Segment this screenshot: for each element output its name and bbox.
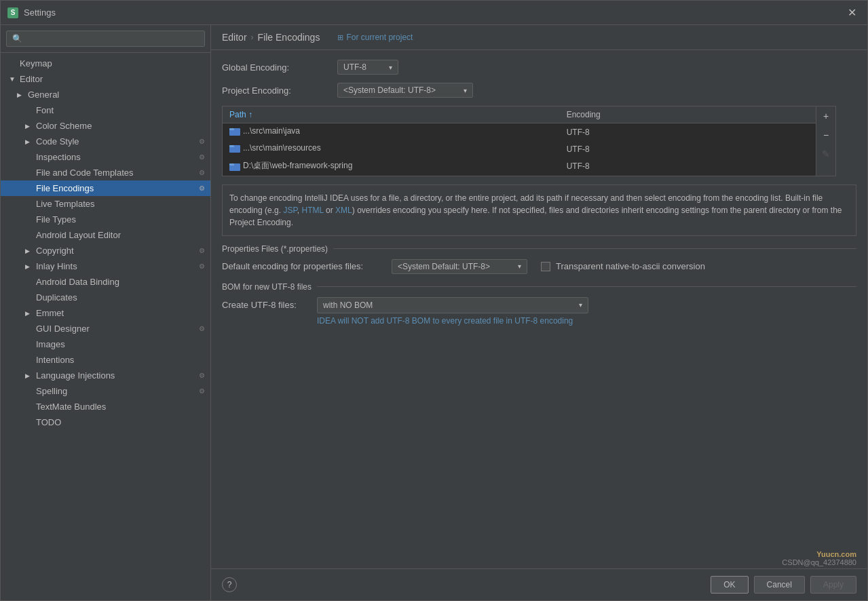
project-encoding-label: Project Encoding: (222, 85, 331, 96)
sidebar-item-file-and-code-templates[interactable]: File and Code Templates ⚙ (1, 165, 210, 180)
sidebar-item-label: Images (36, 339, 65, 349)
folder-icon: ...\src\main\java (229, 126, 300, 136)
dialog-title: Settings (24, 7, 56, 18)
bom-dropdown-arrow-icon: ▾ (579, 301, 582, 309)
path-column-header[interactable]: Path ↑ (223, 106, 560, 123)
bom-section-header: BOM for new UTF-8 files (222, 282, 856, 292)
sidebar-item-label: GUI Designer (36, 324, 90, 334)
sidebar-item-language-injections[interactable]: ▶ Language Injections ⚙ (1, 368, 210, 383)
sidebar-item-intentions[interactable]: Intentions (1, 352, 210, 368)
global-encoding-dropdown[interactable]: UTF-8 ▾ (337, 60, 398, 75)
properties-header-label: Properties Files (*.properties) (222, 244, 328, 254)
settings-icon: ⚙ (199, 372, 205, 379)
create-utf8-dropdown[interactable]: with NO BOM ▾ (317, 297, 588, 313)
arrow-icon: ▶ (25, 248, 33, 254)
table-actions: + − ✎ (816, 106, 835, 176)
jsp-link[interactable]: JSP (283, 206, 297, 215)
encoding-cell: UTF-8 (560, 140, 835, 157)
sidebar-item-emmet[interactable]: ▶ Emmet (1, 305, 210, 321)
edit-path-button[interactable]: ✎ (816, 144, 835, 163)
apply-button[interactable]: Apply (810, 576, 856, 594)
html-link[interactable]: HTML (302, 206, 324, 215)
cancel-button[interactable]: Cancel (754, 576, 805, 594)
sidebar-item-inspections[interactable]: Inspections ⚙ (1, 149, 210, 165)
table-row[interactable]: ...\src\main\java UTF-8 (223, 123, 835, 141)
table-row[interactable]: D:\桌面\web-framework-spring UTF-8 (223, 157, 835, 176)
svg-rect-3 (229, 145, 234, 147)
xml-link[interactable]: XML (335, 206, 352, 215)
settings-icon: ⚙ (199, 325, 205, 332)
settings-icon: ⚙ (199, 169, 205, 176)
sidebar-item-font[interactable]: Font (1, 102, 210, 118)
sidebar-item-images[interactable]: Images (1, 336, 210, 352)
search-input[interactable] (6, 31, 205, 47)
search-box (1, 25, 210, 53)
project-encoding-value: <System Default: UTF-8> (343, 85, 436, 95)
help-button[interactable]: ? (222, 577, 237, 592)
sidebar-item-editor[interactable]: ▼ Editor (1, 71, 210, 87)
main-content: Keymap ▼ Editor ▶ General Font (1, 25, 867, 600)
sidebar-item-keymap[interactable]: Keymap (1, 56, 210, 71)
sidebar-item-textmate-bundles[interactable]: TextMate Bundles (1, 399, 210, 414)
properties-encoding-dropdown[interactable]: <System Default: UTF-8> ▾ (392, 259, 527, 274)
sidebar-item-copyright[interactable]: ▶ Copyright ⚙ (1, 243, 210, 258)
sidebar-item-label: TODO (36, 417, 61, 427)
sidebar-item-file-types[interactable]: File Types (1, 212, 210, 227)
path-text: ...\src\main\java (243, 126, 300, 136)
global-encoding-row: Global Encoding: UTF-8 ▾ (222, 60, 856, 75)
create-utf8-value: with NO BOM (323, 300, 373, 310)
arrow-icon: ▶ (25, 310, 33, 317)
sidebar-item-label: Inspections (36, 152, 81, 162)
path-cell: ...\src\main\java (223, 123, 560, 141)
breadcrumb-current: File Encodings (258, 32, 320, 43)
link-icon: ⊞ (337, 33, 343, 42)
table-row[interactable]: ...\src\main\resources UTF-8 (223, 140, 835, 157)
sidebar-item-todo[interactable]: TODO (1, 414, 210, 430)
title-bar-left: S Settings (7, 7, 56, 18)
sidebar-item-live-templates[interactable]: Live Templates (1, 196, 210, 212)
encoding-col-label: Encoding (567, 110, 601, 119)
sidebar-item-spelling[interactable]: Spelling ⚙ (1, 383, 210, 399)
watermark-line1: Yuucn.com (782, 550, 856, 558)
add-path-button[interactable]: + (816, 106, 835, 125)
for-current-project-link[interactable]: ⊞ For current project (337, 33, 413, 42)
sidebar-item-general[interactable]: ▶ General (1, 87, 210, 102)
sidebar-item-color-scheme[interactable]: ▶ Color Scheme (1, 118, 210, 134)
project-encoding-row: Project Encoding: <System Default: UTF-8… (222, 83, 856, 98)
settings-icon: ⚙ (199, 185, 205, 192)
footer-left: ? (222, 577, 237, 592)
folder-svg (229, 126, 240, 136)
encoding-column-header[interactable]: Encoding (560, 106, 835, 123)
path-text: D:\桌面\web-framework-spring (243, 160, 352, 172)
watermark: Yuucn.com CSDN@qq_42374880 (782, 550, 856, 566)
sidebar-item-code-style[interactable]: ▶ Code Style ⚙ (1, 134, 210, 149)
bom-note: IDEA will NOT add UTF-8 BOM to every cre… (317, 316, 856, 326)
sort-icon: ↑ (248, 110, 252, 119)
sidebar-item-label: Emmet (36, 308, 64, 318)
arrow-icon: ▼ (9, 75, 17, 83)
app-icon: S (7, 7, 18, 18)
project-encoding-dropdown[interactable]: <System Default: UTF-8> ▾ (337, 83, 473, 98)
transparent-conversion-label: Transparent native-to-ascii conversion (556, 261, 705, 271)
ok-button[interactable]: OK (711, 576, 748, 594)
folder-svg (229, 161, 240, 171)
sidebar-item-label: Editor (20, 74, 43, 84)
encoding-cell: UTF-8 (560, 157, 835, 176)
sidebar-item-file-encodings[interactable]: File Encodings ⚙ (1, 180, 210, 196)
utf8-bom-link[interactable]: UTF-8 BOM (386, 316, 430, 326)
breadcrumb-separator: › (251, 33, 254, 42)
sidebar-item-duplicates[interactable]: Duplicates (1, 290, 210, 305)
sidebar-item-gui-designer[interactable]: GUI Designer ⚙ (1, 321, 210, 336)
transparent-conversion-checkbox[interactable] (541, 262, 550, 271)
sidebar-item-label: File Types (36, 214, 76, 225)
settings-icon: ⚙ (199, 387, 205, 395)
sidebar-item-android-layout-editor[interactable]: Android Layout Editor (1, 227, 210, 243)
sidebar-item-inlay-hints[interactable]: ▶ Inlay Hints ⚙ (1, 258, 210, 274)
settings-dialog: S Settings ✕ Keymap ▼ Editor (0, 0, 868, 601)
sidebar-item-android-data-binding[interactable]: Android Data Binding (1, 274, 210, 290)
remove-path-button[interactable]: − (816, 125, 835, 144)
close-button[interactable]: ✕ (844, 5, 861, 20)
encoding-cell: UTF-8 (560, 123, 835, 141)
sidebar-item-label: Inlay Hints (36, 261, 77, 271)
create-utf8-row: Create UTF-8 files: with NO BOM ▾ (222, 297, 856, 313)
